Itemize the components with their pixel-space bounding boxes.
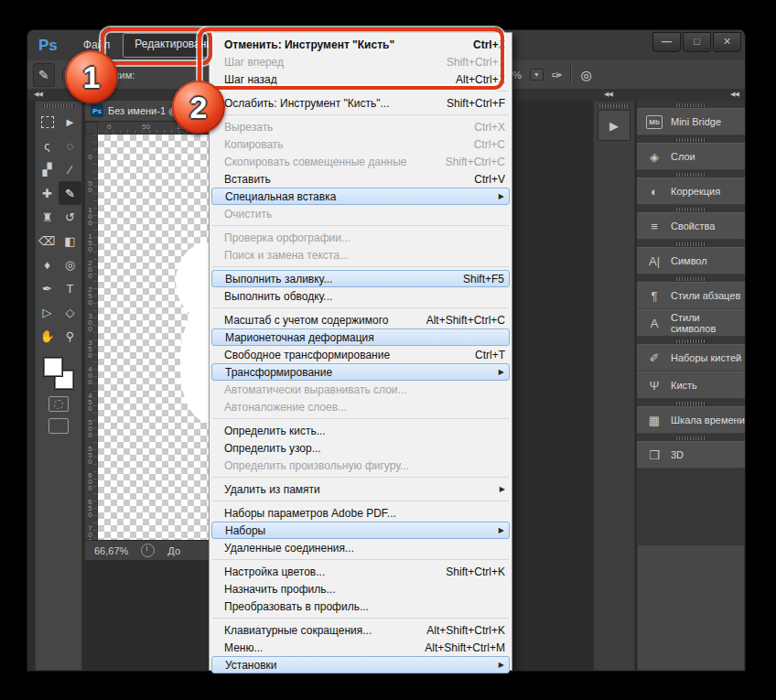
history-brush-tool[interactable]: ↺ bbox=[59, 205, 81, 229]
panel-group-gripper[interactable] bbox=[675, 402, 706, 405]
panel-button-paragraph-styles[interactable]: ¶Стили абзацев bbox=[637, 282, 745, 309]
panel-group-gripper[interactable] bbox=[675, 242, 706, 246]
foreground-color-swatch[interactable] bbox=[43, 357, 63, 377]
panel-group-gripper[interactable] bbox=[675, 173, 706, 177]
menu-item[interactable]: Масштаб с учетом содержимогоAlt+Shift+Ct… bbox=[210, 311, 512, 328]
path-selection-icon: ▷ bbox=[43, 306, 52, 319]
menu-item[interactable]: Определить произвольную фигуру... bbox=[210, 457, 512, 474]
menu-item[interactable]: Ослабить: Инструмент "Кисть"...Shift+Ctr… bbox=[210, 94, 512, 112]
menu-item[interactable]: Назначить профиль... bbox=[210, 580, 512, 598]
panel-button-character-styles[interactable]: AСтили символов bbox=[637, 309, 745, 337]
menu-item[interactable]: Автоналожение слоев... bbox=[210, 398, 512, 415]
menu-separator bbox=[210, 498, 512, 504]
panel-button-mini-bridge[interactable]: MbMini Bridge bbox=[637, 108, 745, 135]
eraser-tool[interactable]: ⌫ bbox=[36, 229, 59, 253]
panel-button-label: Стили абзацев bbox=[671, 290, 740, 301]
panel-collapse-icon[interactable]: ◀◀ bbox=[604, 91, 612, 98]
menu-item[interactable]: Марионеточная деформация bbox=[211, 328, 510, 346]
menu-item[interactable]: Скопировать совмещенные данныеShift+Ctrl… bbox=[210, 153, 512, 170]
panel-button-layers[interactable]: ◈Слои bbox=[637, 143, 745, 170]
opacity-value-suffix[interactable]: % bbox=[512, 70, 522, 81]
menu-item[interactable]: Определить кисть... bbox=[210, 422, 512, 439]
quick-mask-button[interactable] bbox=[48, 396, 69, 412]
path-selection-tool[interactable]: ▷ bbox=[36, 300, 59, 324]
menu-item[interactable]: Специальная вставка▶ bbox=[211, 188, 510, 205]
tools-panel-gripper[interactable] bbox=[43, 104, 74, 108]
menu-item[interactable]: КопироватьCtrl+C bbox=[210, 135, 512, 153]
menu-item[interactable]: Удаленные соединения... bbox=[210, 539, 512, 556]
blur-tool[interactable]: ♦ bbox=[36, 253, 59, 276]
panel-group-gripper[interactable] bbox=[675, 208, 706, 211]
panel-group-gripper[interactable] bbox=[675, 277, 706, 281]
type-tool[interactable]: T bbox=[59, 276, 81, 300]
pen-pressure-icon[interactable]: ✑ bbox=[552, 68, 563, 82]
toolbar-collapse-icon[interactable]: ◀◀ bbox=[34, 91, 42, 98]
rectangular-marquee-tool[interactable] bbox=[36, 110, 59, 134]
menu-item[interactable]: Настройка цветов...Shift+Ctrl+K bbox=[210, 563, 512, 580]
tool-preset-picker[interactable]: ✎ bbox=[33, 63, 55, 87]
menu-item[interactable]: Выполнить заливку...Shift+F5 bbox=[211, 270, 510, 287]
expand-panel-button[interactable]: ▶ bbox=[598, 110, 630, 141]
panel-button-brush[interactable]: ΨКисть bbox=[637, 372, 745, 399]
menu-separator bbox=[210, 112, 512, 118]
panel-group-gripper[interactable] bbox=[675, 339, 706, 343]
minimize-button[interactable]: — bbox=[652, 32, 681, 52]
maximize-button[interactable]: □ bbox=[683, 32, 711, 52]
panel-button-character[interactable]: A|Символ bbox=[637, 247, 745, 275]
zoom-level-field[interactable]: 66,67% bbox=[94, 545, 128, 556]
crop-tool[interactable]: ▞ bbox=[36, 157, 59, 181]
panel-button-brush-presets[interactable]: ✐Наборы кистей bbox=[637, 344, 745, 372]
menu-item[interactable]: Определить узор... bbox=[210, 439, 512, 457]
quick-selection-tool[interactable]: ◌ bbox=[59, 134, 81, 157]
panel-group-gripper[interactable] bbox=[675, 138, 706, 142]
menu-item[interactable]: Установки▶ bbox=[211, 656, 510, 673]
zoom-tool[interactable]: ⚲ bbox=[59, 324, 81, 348]
panel-collapse-icon-right[interactable]: ◀◀ bbox=[730, 91, 738, 98]
opacity-dropdown-arrow[interactable]: ▼ bbox=[530, 69, 544, 81]
healing-brush-tool[interactable]: ✚ bbox=[36, 181, 59, 205]
menu-item[interactable]: Наборы параметров Adobe PDF... bbox=[210, 504, 512, 522]
menu-item[interactable]: Меню...Alt+Shift+Ctrl+M bbox=[210, 639, 512, 656]
dodge-tool[interactable]: ◎ bbox=[59, 253, 81, 276]
menu-item-shortcut: Alt+Shift+Ctrl+C bbox=[426, 314, 505, 327]
move-tool[interactable]: ► bbox=[59, 110, 81, 134]
close-button[interactable]: ✕ bbox=[713, 32, 741, 52]
hand-tool[interactable]: ✋ bbox=[36, 324, 59, 348]
panel-button-adjustments[interactable]: ◐Коррекция bbox=[637, 178, 745, 205]
panel-group-gripper[interactable] bbox=[675, 436, 706, 440]
menu-item[interactable]: Трансформирование▶ bbox=[211, 363, 510, 381]
menu-item-label: Масштаб с учетом содержимого bbox=[224, 314, 410, 327]
menu-item[interactable]: Очистить bbox=[210, 205, 512, 222]
panel-group-strip bbox=[637, 205, 745, 212]
menu-item[interactable]: Проверка орфографии... bbox=[210, 229, 512, 246]
menu-item[interactable]: Свободное трансформированиеCtrl+T bbox=[210, 346, 512, 363]
menu-item[interactable]: Наборы▶ bbox=[211, 522, 510, 539]
menu-item[interactable]: ВставитьCtrl+V bbox=[210, 170, 512, 188]
menu-item[interactable]: Поиск и замена текста... bbox=[210, 246, 512, 264]
lasso-tool[interactable]: ς bbox=[36, 134, 59, 157]
ruler-h-label: 50 bbox=[142, 123, 150, 131]
menu-item[interactable]: Клавиатурные сокращения...Alt+Shift+Ctrl… bbox=[210, 621, 512, 639]
menu-item[interactable]: Автоматически выравнивать слои... bbox=[210, 381, 512, 398]
panel-button-3d[interactable]: ❒3D bbox=[637, 441, 745, 468]
canvas[interactable] bbox=[98, 135, 213, 540]
menu-item[interactable]: Выполнить обводку... bbox=[210, 287, 512, 305]
pen-tool[interactable]: ✒ bbox=[36, 276, 59, 300]
gradient-tool[interactable]: ◧ bbox=[59, 229, 81, 253]
panel-group-gripper[interactable] bbox=[675, 103, 706, 107]
menu-item-label: Проверка орфографии... bbox=[224, 232, 505, 244]
panel-button-properties[interactable]: ≡Свойства bbox=[637, 212, 745, 240]
panel-button-timeline[interactable]: ▦Шкала времени bbox=[637, 406, 745, 434]
panel-column-gripper[interactable] bbox=[598, 104, 630, 108]
screen-mode-button[interactable] bbox=[48, 418, 69, 434]
clone-stamp-tool[interactable]: ♜ bbox=[36, 205, 59, 229]
menu-item[interactable]: Преобразовать в профиль... bbox=[210, 598, 512, 615]
eyedropper-tool[interactable]: ∕ bbox=[59, 157, 81, 181]
brush-tool[interactable]: ✎ bbox=[59, 181, 81, 205]
airbrush-icon[interactable]: ◎ bbox=[580, 68, 591, 82]
panel-group-strip bbox=[637, 337, 745, 344]
menu-item[interactable]: ВырезатьCtrl+X bbox=[210, 118, 512, 135]
shape-tool[interactable]: ◇ bbox=[59, 300, 81, 324]
menu-item[interactable]: Удалить из памяти▶ bbox=[210, 480, 512, 498]
vertical-ruler: 0501001502002503003504004505005506006507… bbox=[85, 135, 98, 540]
